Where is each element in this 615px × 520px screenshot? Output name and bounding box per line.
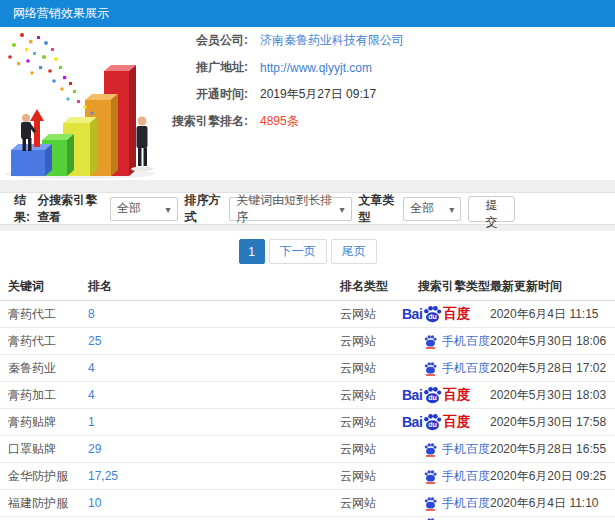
article-type-value: 全部 — [410, 200, 434, 217]
chevron-down-icon — [443, 202, 454, 216]
baidu-logo-text: Bai — [402, 306, 422, 322]
mobile-baidu-paw-icon — [424, 496, 437, 511]
keyword: 金华防护服 — [8, 468, 88, 485]
baidu-logo-cn: 百度 — [443, 413, 470, 431]
rank-type: 云网站 — [340, 468, 418, 485]
table-row: 福建防护服 10 云网站 手机百度 2020年6月4日 11:10 — [0, 490, 615, 517]
rank-link[interactable]: 10 — [88, 496, 101, 510]
section-divider — [0, 180, 615, 192]
table-row: 膏药代工 25 云网站 手机百度 2020年5月30日 18:06 — [0, 328, 615, 355]
table-row: 膏药贴牌 1 云网站 Bai du 百度 2020年5月30日 17:58 — [0, 409, 615, 436]
svg-text:du: du — [428, 394, 437, 402]
update-time: 2020年5月30日 17:58 — [490, 414, 615, 431]
filter-controls: 分搜索引擎查看 全部 排序方式 关键词由短到长排序 文章类型 全部 提交 — [37, 192, 515, 226]
mobile-baidu-badge: 手机百度 — [424, 360, 490, 377]
rank-link[interactable]: 17,25 — [88, 469, 118, 483]
keyword: 福建防护服 — [8, 495, 88, 512]
engine-filter-select[interactable]: 全部 — [110, 197, 177, 221]
svg-text:du: du — [428, 421, 437, 429]
article-type-select[interactable]: 全部 — [403, 197, 461, 221]
mobile-baidu-badge: 手机百度 — [424, 441, 490, 458]
update-time: 2020年6月4日 11:10 — [490, 495, 615, 512]
rank-type: 云网站 — [340, 441, 418, 458]
sort-select[interactable]: 关键词由短到长排序 — [229, 197, 351, 221]
mobile-baidu-paw-icon — [424, 442, 437, 457]
company-name-link[interactable]: 济南秦鲁药业科技有限公司 — [260, 32, 404, 49]
info-row-company: 会员公司: 济南秦鲁药业科技有限公司 — [156, 27, 404, 54]
promo-url-link[interactable]: http://www.qlyyjt.com — [260, 61, 372, 75]
rank-link[interactable]: 25 — [88, 334, 101, 348]
keyword: 膏药代工 — [8, 333, 88, 350]
update-time: 2020年6月20日 09:25 — [490, 468, 615, 485]
keyword: 膏药加工 — [8, 387, 88, 404]
update-time: 2020年5月30日 18:03 — [490, 387, 615, 404]
company-info: 会员公司: 济南秦鲁药业科技有限公司 推广地址: http://www.qlyy… — [156, 27, 404, 135]
col-rank: 排名 — [88, 278, 340, 295]
mobile-baidu-paw-icon — [424, 361, 437, 376]
page-1-button[interactable]: 1 — [239, 239, 265, 264]
update-time: 2020年5月28日 16:55 — [490, 441, 615, 458]
page-title: 网络营销效果展示 — [0, 0, 615, 27]
rank-link[interactable]: 4 — [88, 361, 95, 375]
mobile-baidu-label: 手机百度 — [442, 333, 490, 350]
rank-link[interactable]: 29 — [88, 442, 101, 456]
baidu-logo: Bai du 百度 — [402, 412, 470, 433]
rank-link[interactable]: 4 — [88, 388, 95, 402]
result-section-label: 结果: — [0, 192, 37, 226]
svg-text:du: du — [428, 313, 437, 321]
rank-type: 云网站 — [340, 333, 418, 350]
results-table: 关键词 排名 排名类型 搜索引擎类型 最新更新时间 膏药代工 8 云网站 Bai… — [0, 272, 615, 520]
open-time-value: 2019年5月27日 09:17 — [260, 86, 376, 103]
rank-link[interactable]: 8 — [88, 307, 95, 321]
open-time-label: 开通时间: — [156, 86, 248, 103]
info-row-url: 推广地址: http://www.qlyyjt.com — [156, 54, 404, 81]
bar-chart-growth-clipart — [0, 29, 170, 179]
baidu-logo: Bai du 百度 — [402, 304, 470, 325]
rank-count-label: 搜索引擎排名: — [156, 113, 248, 130]
update-time: 2020年5月28日 17:02 — [490, 360, 615, 377]
keyword: 口罩贴牌 — [8, 441, 88, 458]
table-header-row: 关键词 排名 排名类型 搜索引擎类型 最新更新时间 — [0, 272, 615, 301]
rank-count-value: 4895条 — [260, 113, 299, 130]
info-row-rank-count: 搜索引擎排名: 4895条 — [156, 108, 404, 135]
mobile-baidu-paw-icon — [424, 334, 437, 349]
submit-button[interactable]: 提交 — [468, 196, 515, 222]
keyword: 秦鲁药业 — [8, 360, 88, 377]
sort-value: 关键词由短到长排序 — [236, 192, 333, 226]
sort-label: 排序方式 — [185, 192, 223, 226]
keyword: 膏药贴牌 — [8, 414, 88, 431]
mobile-baidu-badge: 手机百度 — [424, 333, 490, 350]
promo-url-label: 推广地址: — [156, 59, 248, 76]
mobile-baidu-label: 手机百度 — [442, 495, 490, 512]
table-row: 膏药代工 8 云网站 Bai du 百度 2020年6月4日 11:15 — [0, 301, 615, 328]
last-page-button[interactable]: 尾页 — [331, 239, 377, 264]
update-time: 2020年6月4日 11:15 — [490, 306, 615, 323]
mobile-baidu-paw-icon — [424, 469, 437, 484]
baidu-paw-icon: du — [423, 412, 442, 431]
engine-view-label: 分搜索引擎查看 — [37, 192, 103, 226]
table-row: 秦鲁药业 4 云网站 手机百度 2020年5月28日 17:02 — [0, 355, 615, 382]
article-type-label: 文章类型 — [359, 192, 397, 226]
engine-filter-value: 全部 — [117, 200, 141, 217]
rank-link[interactable]: 1 — [88, 415, 95, 429]
baidu-paw-icon: du — [423, 304, 442, 323]
rank-type: 云网站 — [340, 495, 418, 512]
pagination: 1 下一页 尾页 — [0, 231, 615, 272]
info-row-open-time: 开通时间: 2019年5月27日 09:17 — [156, 81, 404, 108]
table-row: 膏药加工 4 云网站 Bai du 百度 2020年5月30日 18:03 — [0, 382, 615, 409]
baidu-logo-cn: 百度 — [443, 386, 470, 404]
next-page-button[interactable]: 下一页 — [269, 239, 327, 264]
baidu-logo-text: Bai — [402, 387, 422, 403]
company-label: 会员公司: — [156, 32, 248, 49]
mobile-baidu-label: 手机百度 — [442, 360, 490, 377]
col-engine-type: 搜索引擎类型 — [418, 278, 490, 295]
chevron-down-icon — [159, 202, 170, 216]
col-keyword: 关键词 — [8, 278, 88, 295]
mobile-baidu-badge: 手机百度 — [424, 468, 490, 485]
baidu-paw-icon: du — [423, 385, 442, 404]
col-update-time: 最新更新时间 — [490, 278, 615, 295]
mobile-baidu-label: 手机百度 — [442, 441, 490, 458]
table-row: 口罩贴牌 29 云网站 手机百度 2020年5月28日 16:55 — [0, 436, 615, 463]
summary-section: 会员公司: 济南秦鲁药业科技有限公司 推广地址: http://www.qlyy… — [0, 27, 615, 180]
chevron-down-icon — [334, 202, 345, 216]
